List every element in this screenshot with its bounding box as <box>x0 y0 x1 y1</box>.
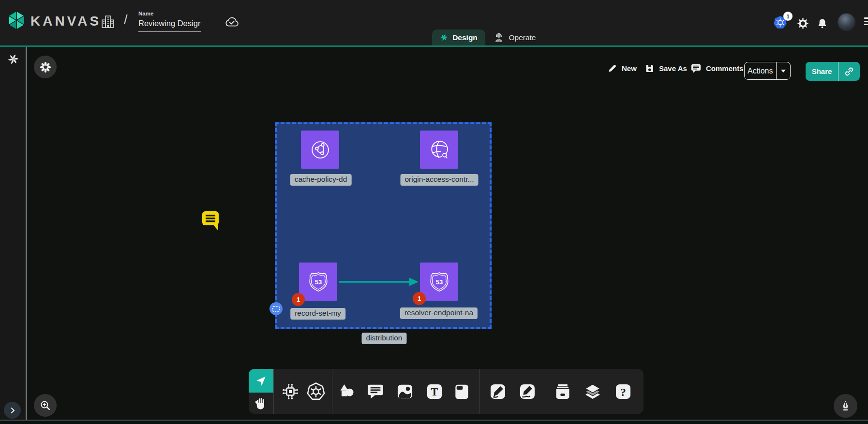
marquee-rect-icon <box>271 304 282 314</box>
link-icon <box>844 67 854 76</box>
zoom-in-button[interactable] <box>34 394 57 417</box>
label-distribution-group[interactable]: distribution <box>362 333 407 344</box>
help-tool-button[interactable]: ? <box>613 381 634 402</box>
svg-text:T: T <box>431 386 438 398</box>
comment-tool-button[interactable] <box>365 381 386 402</box>
toolbar-divider <box>332 369 332 414</box>
image-tool-button[interactable] <box>394 381 416 402</box>
text-icon: T <box>425 382 444 401</box>
kubernetes-helm-icon <box>306 382 326 401</box>
comments-bubble-icon <box>690 63 702 73</box>
sticky-card-tool-button[interactable] <box>451 381 472 402</box>
label-record-set[interactable]: record-set-my <box>290 308 345 320</box>
node-origin-access[interactable] <box>420 131 458 169</box>
shapes-tool-button[interactable] <box>336 381 358 402</box>
selection-marquee-handle[interactable] <box>269 302 283 315</box>
sidebar-expand-button[interactable] <box>4 402 21 419</box>
cursor-arrow-icon <box>255 375 268 387</box>
hand-tool-button[interactable] <box>249 393 273 414</box>
shapes-icon <box>338 382 356 401</box>
circuit-chip-icon <box>281 382 300 401</box>
tab-operate[interactable]: Operate <box>488 29 541 45</box>
svg-text:53: 53 <box>435 278 443 285</box>
label-resolver-endpoint[interactable]: resolver-endpoint-na <box>400 307 478 319</box>
label-origin-access[interactable]: origin-access-contr... <box>401 174 479 186</box>
actions-caret-button[interactable] <box>777 70 790 73</box>
overflow-menu-icon[interactable] <box>864 17 868 27</box>
cloud-saved-icon <box>224 16 239 30</box>
select-tool-button[interactable] <box>249 369 273 393</box>
notifications-bell-icon[interactable] <box>817 18 828 31</box>
help-icon: ? <box>614 382 632 401</box>
kubernetes-tool-button[interactable] <box>305 381 327 402</box>
cloudfront-globe-icon <box>308 138 332 162</box>
design-name-input[interactable] <box>138 18 201 32</box>
archive-drawer-icon <box>554 382 572 401</box>
layers-tool-button[interactable] <box>582 381 603 402</box>
bottom-toolbar: T <box>249 369 644 414</box>
sidebar-canvas-divider <box>26 47 27 420</box>
new-pencil-icon <box>607 63 617 73</box>
operate-tab-label: Operate <box>509 33 536 42</box>
name-field-label: Name <box>138 11 201 16</box>
toolbar-divider <box>479 369 480 414</box>
hand-icon <box>254 396 269 410</box>
user-avatar[interactable] <box>838 13 855 31</box>
bottom-edge-strip <box>0 420 868 424</box>
app-logo[interactable]: KANVAS <box>7 11 101 32</box>
bezier-pen-icon <box>489 382 507 401</box>
actions-label: Actions <box>745 67 776 75</box>
sidebar-pinwheel-icon[interactable] <box>7 53 19 67</box>
share-button[interactable]: Share <box>806 62 860 81</box>
route53-shield-icon: 53 <box>306 270 330 294</box>
comments-label: Comments <box>706 64 744 73</box>
resolver-endpoint-alert-badge[interactable]: 1 <box>413 292 426 305</box>
header-divider <box>0 45 868 47</box>
copy-link-button[interactable] <box>838 67 860 76</box>
new-button[interactable]: New <box>607 63 637 73</box>
app-root: KANVAS / Name Design <box>0 0 868 424</box>
canvas-comment-marker[interactable] <box>199 208 222 234</box>
design-tab-icon <box>440 33 448 42</box>
archive-tool-button[interactable] <box>552 381 573 402</box>
node-cache-policy[interactable] <box>301 131 339 169</box>
logo-hexagon-icon <box>7 11 26 32</box>
route53-shield-icon: 53 <box>427 270 451 294</box>
card-icon <box>452 382 471 401</box>
node-record-set[interactable]: 53 <box>299 263 337 301</box>
pen-mode-button[interactable] <box>834 394 857 418</box>
svg-text:?: ? <box>620 386 626 398</box>
kubernetes-status-button[interactable]: 1 <box>773 12 793 31</box>
comment-bubble-icon <box>366 382 385 401</box>
image-icon <box>396 382 414 401</box>
save-as-button[interactable]: Save As <box>645 63 687 73</box>
breadcrumb-separator: / <box>124 13 128 28</box>
save-as-label: Save As <box>659 64 687 73</box>
tab-design[interactable]: Design <box>432 29 485 45</box>
save-floppy-icon <box>645 63 655 73</box>
origin-access-globe-icon <box>427 138 451 162</box>
text-tool-button[interactable]: T <box>424 381 445 402</box>
comments-button[interactable]: Comments <box>690 63 744 73</box>
node-resolver-endpoint[interactable]: 53 <box>420 263 458 301</box>
design-tab-label: Design <box>452 33 478 42</box>
connection-arrow[interactable] <box>337 276 420 290</box>
settings-gear-icon[interactable] <box>797 17 809 31</box>
actions-dropdown-button[interactable]: Actions <box>744 62 791 80</box>
canvas-flower-button[interactable] <box>34 56 57 78</box>
logo-wordmark: KANVAS <box>30 14 101 29</box>
operate-tab-icon <box>494 32 504 43</box>
design-name-field: Name <box>138 11 201 32</box>
left-sidebar <box>0 47 26 420</box>
pencil-tool-button[interactable] <box>517 381 538 402</box>
organization-icon[interactable] <box>101 15 115 31</box>
pencil-scribble-icon <box>518 382 537 401</box>
svg-text:53: 53 <box>314 278 322 285</box>
record-set-alert-badge[interactable]: 1 <box>292 293 305 306</box>
toolbar-divider <box>273 369 274 414</box>
label-cache-policy[interactable]: cache-policy-dd <box>290 174 352 186</box>
pen-tool-button[interactable] <box>487 381 509 402</box>
toolbar-divider <box>545 369 545 414</box>
architecture-tool-button[interactable] <box>280 381 301 402</box>
caret-down-icon <box>781 70 786 73</box>
